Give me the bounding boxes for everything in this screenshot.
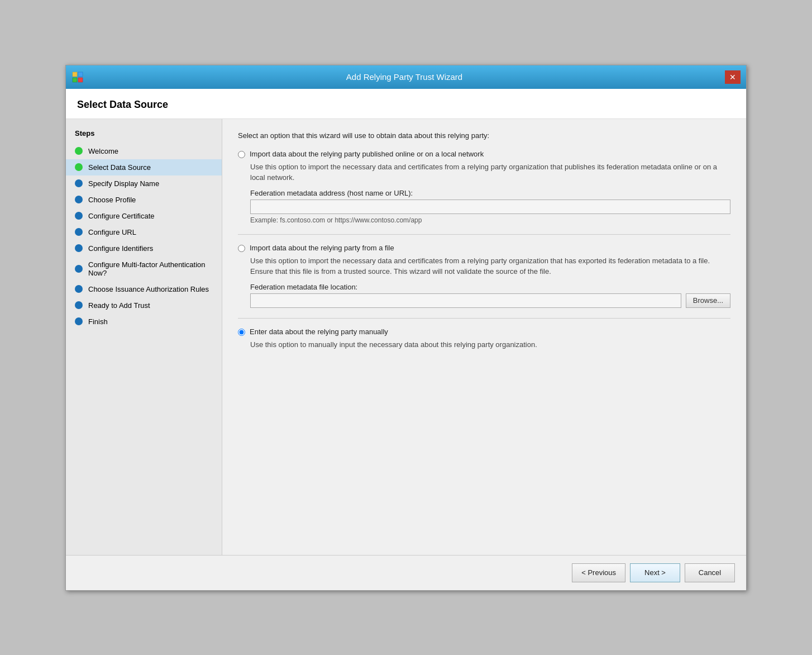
title-bar: Add Relying Party Trust Wizard ✕ bbox=[66, 65, 746, 89]
option1-field-label: Federation metadata address (host name o… bbox=[250, 189, 730, 197]
option1-radio-row: Import data about the relying party publ… bbox=[238, 150, 730, 158]
svg-rect-1 bbox=[78, 72, 83, 77]
step-dot-configure-certificate bbox=[75, 212, 83, 220]
step-dot-welcome bbox=[75, 147, 83, 155]
option2-block: Import data about the relying party from… bbox=[238, 244, 730, 308]
option2-radio-row: Import data about the relying party from… bbox=[238, 244, 730, 252]
content-area: Steps Welcome Select Data Source Specify… bbox=[66, 119, 746, 555]
sidebar-label-choose-profile: Choose Profile bbox=[88, 196, 136, 204]
previous-button[interactable]: < Previous bbox=[572, 563, 625, 582]
option1-block: Import data about the relying party publ… bbox=[238, 150, 730, 224]
divider-2 bbox=[238, 318, 730, 319]
sidebar-label-specify-display-name: Specify Display Name bbox=[88, 179, 159, 188]
steps-label: Steps bbox=[66, 127, 222, 143]
option1-label[interactable]: Import data about the relying party publ… bbox=[250, 150, 484, 158]
step-dot-finish bbox=[75, 317, 83, 325]
sidebar-item-specify-display-name[interactable]: Specify Display Name bbox=[66, 175, 222, 192]
step-dot-configure-url bbox=[75, 228, 83, 236]
sidebar-label-configure-identifiers: Configure Identifiers bbox=[88, 244, 153, 253]
option1-example: Example: fs.contoso.com or https://www.c… bbox=[250, 216, 730, 224]
federation-metadata-file-input[interactable] bbox=[250, 293, 681, 308]
option2-radio[interactable] bbox=[238, 245, 245, 252]
federation-metadata-url-input[interactable] bbox=[250, 200, 730, 214]
page-title: Select Data Source bbox=[77, 99, 735, 111]
option2-file-row: Browse... bbox=[250, 293, 730, 308]
sidebar-label-finish: Finish bbox=[88, 317, 108, 326]
sidebar-item-finish[interactable]: Finish bbox=[66, 314, 222, 330]
option1-radio[interactable] bbox=[238, 151, 245, 158]
option3-radio-row: Enter data about the relying party manua… bbox=[238, 328, 730, 336]
window-title: Add Relying Party Trust Wizard bbox=[84, 72, 725, 82]
browse-button[interactable]: Browse... bbox=[686, 293, 730, 308]
sidebar-label-configure-multifactor: Configure Multi-factor Authentication No… bbox=[88, 260, 213, 277]
svg-rect-2 bbox=[73, 78, 77, 82]
step-dot-choose-profile bbox=[75, 196, 83, 203]
footer: < Previous Next > Cancel bbox=[66, 555, 746, 590]
sidebar-label-configure-url: Configure URL bbox=[88, 228, 136, 236]
sidebar-label-choose-issuance: Choose Issuance Authorization Rules bbox=[88, 285, 209, 293]
wizard-window: Add Relying Party Trust Wizard ✕ Select … bbox=[65, 65, 747, 591]
sidebar-item-choose-issuance[interactable]: Choose Issuance Authorization Rules bbox=[66, 281, 222, 297]
step-dot-choose-issuance bbox=[75, 285, 83, 293]
step-dot-configure-identifiers bbox=[75, 244, 83, 252]
sidebar-label-welcome: Welcome bbox=[88, 147, 118, 155]
next-button[interactable]: Next > bbox=[630, 563, 680, 582]
option3-label[interactable]: Enter data about the relying party manua… bbox=[250, 328, 388, 336]
svg-rect-3 bbox=[78, 78, 83, 82]
option3-description: Use this option to manually input the ne… bbox=[250, 339, 730, 350]
option2-label[interactable]: Import data about the relying party from… bbox=[250, 244, 394, 252]
cancel-button[interactable]: Cancel bbox=[685, 563, 735, 582]
option1-description: Use this option to import the necessary … bbox=[250, 162, 730, 183]
sidebar-label-ready-to-add: Ready to Add Trust bbox=[88, 301, 150, 310]
page-header: Select Data Source bbox=[66, 89, 746, 119]
sidebar-item-select-data-source[interactable]: Select Data Source bbox=[66, 159, 222, 175]
sidebar-item-configure-multifactor[interactable]: Configure Multi-factor Authentication No… bbox=[66, 257, 222, 281]
app-icon bbox=[71, 71, 84, 83]
step-dot-specify-display-name bbox=[75, 179, 83, 187]
step-dot-configure-multifactor bbox=[75, 265, 83, 273]
sidebar-item-configure-identifiers[interactable]: Configure Identifiers bbox=[66, 240, 222, 257]
sidebar-item-ready-to-add[interactable]: Ready to Add Trust bbox=[66, 297, 222, 314]
sidebar-item-choose-profile[interactable]: Choose Profile bbox=[66, 192, 222, 208]
sidebar-item-configure-certificate[interactable]: Configure Certificate bbox=[66, 208, 222, 224]
step-dot-ready-to-add bbox=[75, 301, 83, 309]
main-description: Select an option that this wizard will u… bbox=[238, 131, 730, 140]
main-panel: Select an option that this wizard will u… bbox=[222, 119, 746, 555]
sidebar-item-configure-url[interactable]: Configure URL bbox=[66, 224, 222, 240]
sidebar-item-welcome[interactable]: Welcome bbox=[66, 143, 222, 159]
sidebar: Steps Welcome Select Data Source Specify… bbox=[66, 119, 222, 555]
option2-field-label: Federation metadata file location: bbox=[250, 283, 730, 291]
option3-radio[interactable] bbox=[238, 329, 245, 336]
sidebar-label-configure-certificate: Configure Certificate bbox=[88, 212, 155, 220]
sidebar-label-select-data-source: Select Data Source bbox=[88, 163, 151, 172]
svg-rect-0 bbox=[73, 72, 77, 77]
step-dot-select-data-source bbox=[75, 163, 83, 171]
close-button[interactable]: ✕ bbox=[725, 70, 741, 84]
option3-block: Enter data about the relying party manua… bbox=[238, 328, 730, 350]
option2-description: Use this option to import the necessary … bbox=[250, 255, 730, 277]
divider-1 bbox=[238, 234, 730, 235]
